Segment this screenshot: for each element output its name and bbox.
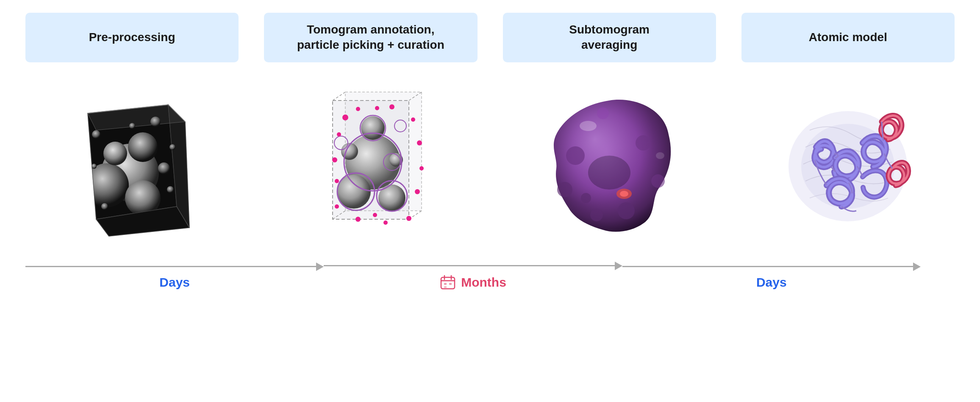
label-atomic: Atomic model bbox=[741, 13, 955, 62]
svg-point-75 bbox=[656, 152, 664, 159]
svg-point-11 bbox=[92, 130, 100, 139]
svg-point-60 bbox=[375, 106, 379, 110]
svg-point-9 bbox=[103, 142, 127, 165]
image-preprocessing bbox=[25, 75, 239, 253]
days-label-1: Days bbox=[159, 275, 190, 290]
arrow-2 bbox=[324, 262, 622, 270]
svg-point-69 bbox=[597, 107, 609, 119]
svg-point-71 bbox=[588, 156, 630, 190]
svg-point-58 bbox=[383, 221, 388, 225]
calendar-icon bbox=[440, 274, 456, 290]
days-label-2: Days bbox=[756, 275, 787, 290]
svg-point-12 bbox=[158, 162, 170, 174]
svg-rect-83 bbox=[449, 283, 452, 285]
svg-point-15 bbox=[129, 123, 135, 129]
timeline-segment-2: Months bbox=[324, 262, 622, 290]
months-label: Months bbox=[461, 275, 506, 290]
svg-point-51 bbox=[417, 140, 422, 145]
svg-point-62 bbox=[373, 213, 377, 217]
image-atomic bbox=[741, 75, 955, 253]
label-subtomogram: Subtomogram averaging bbox=[503, 13, 716, 62]
image-annotation bbox=[264, 75, 477, 253]
svg-point-64 bbox=[636, 135, 651, 151]
workflow-container: Pre-processing Tomogram annotation, part… bbox=[25, 13, 955, 290]
svg-rect-82 bbox=[444, 283, 447, 285]
images-row bbox=[25, 75, 955, 253]
svg-point-56 bbox=[335, 204, 339, 209]
label-preprocessing: Pre-processing bbox=[25, 13, 239, 62]
svg-point-37 bbox=[361, 116, 385, 140]
months-label-wrapper: Months bbox=[440, 274, 506, 290]
arrow-3 bbox=[622, 262, 921, 271]
svg-point-10 bbox=[150, 117, 161, 127]
svg-point-49 bbox=[389, 104, 394, 109]
timeline-section: Days Months bbox=[25, 262, 955, 290]
labels-row: Pre-processing Tomogram annotation, part… bbox=[25, 13, 955, 62]
timeline-segment-3: Days bbox=[622, 262, 921, 290]
label-annotation: Tomogram annotation, particle picking + … bbox=[264, 13, 477, 62]
svg-point-66 bbox=[590, 209, 603, 221]
svg-point-47 bbox=[342, 114, 348, 120]
svg-point-53 bbox=[415, 189, 420, 194]
svg-point-65 bbox=[618, 202, 635, 219]
svg-point-73 bbox=[620, 191, 628, 197]
svg-line-30 bbox=[333, 92, 345, 100]
svg-point-70 bbox=[581, 193, 591, 203]
svg-point-55 bbox=[335, 179, 339, 183]
svg-rect-84 bbox=[444, 286, 447, 288]
svg-point-6 bbox=[85, 163, 129, 207]
image-subtomogram bbox=[503, 75, 716, 253]
svg-point-59 bbox=[406, 216, 411, 221]
svg-point-68 bbox=[651, 174, 665, 188]
svg-point-18 bbox=[167, 186, 174, 193]
svg-point-63 bbox=[566, 146, 585, 165]
svg-point-48 bbox=[356, 107, 360, 111]
svg-point-57 bbox=[355, 217, 361, 222]
timeline-segment-1: Days bbox=[25, 262, 324, 290]
svg-point-17 bbox=[169, 144, 175, 150]
svg-point-61 bbox=[337, 132, 341, 137]
svg-point-8 bbox=[128, 132, 158, 162]
arrow-tail bbox=[921, 265, 955, 287]
arrow-1 bbox=[25, 262, 324, 271]
svg-point-74 bbox=[580, 121, 597, 131]
svg-point-13 bbox=[101, 203, 108, 210]
svg-point-52 bbox=[419, 166, 424, 170]
svg-rect-78 bbox=[441, 277, 455, 289]
svg-point-67 bbox=[557, 182, 572, 197]
svg-point-50 bbox=[411, 117, 415, 122]
svg-point-54 bbox=[332, 157, 337, 162]
